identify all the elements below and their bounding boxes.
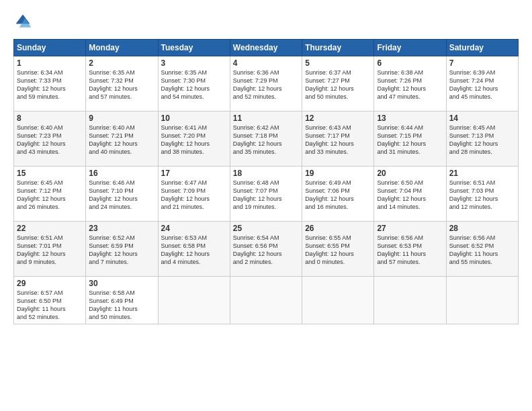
day-info: Sunrise: 6:36 AM Sunset: 7:29 PM Dayligh… bbox=[233, 68, 299, 101]
calendar-cell: 4Sunrise: 6:36 AM Sunset: 7:29 PM Daylig… bbox=[230, 56, 302, 111]
day-number: 1 bbox=[17, 58, 83, 68]
calendar-cell: 11Sunrise: 6:42 AM Sunset: 7:18 PM Dayli… bbox=[230, 111, 302, 167]
calendar-cell bbox=[158, 277, 230, 324]
calendar-cell: 15Sunrise: 6:45 AM Sunset: 7:12 PM Dayli… bbox=[14, 167, 86, 222]
day-number: 27 bbox=[377, 224, 443, 233]
day-info: Sunrise: 6:38 AM Sunset: 7:26 PM Dayligh… bbox=[377, 68, 443, 101]
calendar-cell bbox=[374, 277, 446, 324]
calendar-week-row: 8Sunrise: 6:40 AM Sunset: 7:23 PM Daylig… bbox=[14, 111, 519, 167]
day-info: Sunrise: 6:50 AM Sunset: 7:04 PM Dayligh… bbox=[377, 179, 443, 212]
day-info: Sunrise: 6:51 AM Sunset: 7:03 PM Dayligh… bbox=[449, 179, 515, 212]
day-info: Sunrise: 6:37 AM Sunset: 7:27 PM Dayligh… bbox=[305, 68, 371, 101]
day-number: 29 bbox=[17, 279, 83, 288]
day-number: 10 bbox=[161, 113, 227, 123]
calendar-cell: 25Sunrise: 6:54 AM Sunset: 6:56 PM Dayli… bbox=[230, 222, 302, 277]
calendar-cell: 1Sunrise: 6:34 AM Sunset: 7:33 PM Daylig… bbox=[14, 56, 86, 111]
day-info: Sunrise: 6:48 AM Sunset: 7:07 PM Dayligh… bbox=[233, 179, 299, 212]
col-header-sunday: Sunday bbox=[14, 40, 86, 56]
day-info: Sunrise: 6:39 AM Sunset: 7:24 PM Dayligh… bbox=[449, 68, 515, 101]
day-number: 23 bbox=[89, 224, 154, 233]
day-number: 4 bbox=[233, 58, 299, 68]
calendar-cell: 3Sunrise: 6:35 AM Sunset: 7:30 PM Daylig… bbox=[158, 56, 230, 111]
day-number: 7 bbox=[449, 58, 515, 68]
col-header-thursday: Thursday bbox=[302, 40, 374, 56]
page: SundayMondayTuesdayWednesdayThursdayFrid… bbox=[0, 0, 532, 331]
calendar-cell: 6Sunrise: 6:38 AM Sunset: 7:26 PM Daylig… bbox=[374, 56, 446, 111]
day-number: 12 bbox=[305, 113, 371, 123]
col-header-saturday: Saturday bbox=[446, 40, 518, 56]
calendar-header-row: SundayMondayTuesdayWednesdayThursdayFrid… bbox=[14, 40, 519, 56]
col-header-monday: Monday bbox=[86, 40, 158, 56]
day-info: Sunrise: 6:44 AM Sunset: 7:15 PM Dayligh… bbox=[377, 124, 443, 156]
calendar-cell: 5Sunrise: 6:37 AM Sunset: 7:27 PM Daylig… bbox=[302, 56, 374, 111]
calendar-cell: 12Sunrise: 6:43 AM Sunset: 7:17 PM Dayli… bbox=[302, 111, 374, 167]
calendar-cell: 7Sunrise: 6:39 AM Sunset: 7:24 PM Daylig… bbox=[446, 56, 518, 111]
day-info: Sunrise: 6:52 AM Sunset: 6:59 PM Dayligh… bbox=[89, 234, 154, 267]
calendar-cell: 24Sunrise: 6:53 AM Sunset: 6:58 PM Dayli… bbox=[158, 222, 230, 277]
day-info: Sunrise: 6:35 AM Sunset: 7:32 PM Dayligh… bbox=[89, 68, 154, 101]
day-number: 2 bbox=[89, 58, 154, 68]
day-info: Sunrise: 6:54 AM Sunset: 6:56 PM Dayligh… bbox=[233, 234, 299, 267]
day-number: 16 bbox=[89, 169, 154, 178]
day-info: Sunrise: 6:55 AM Sunset: 6:55 PM Dayligh… bbox=[305, 234, 371, 267]
day-number: 19 bbox=[305, 169, 371, 178]
day-number: 22 bbox=[17, 224, 83, 233]
day-info: Sunrise: 6:45 AM Sunset: 7:13 PM Dayligh… bbox=[449, 124, 515, 156]
day-info: Sunrise: 6:35 AM Sunset: 7:30 PM Dayligh… bbox=[161, 68, 227, 101]
day-number: 28 bbox=[449, 224, 515, 233]
calendar-cell bbox=[230, 277, 302, 324]
calendar-week-row: 1Sunrise: 6:34 AM Sunset: 7:33 PM Daylig… bbox=[14, 56, 519, 111]
day-number: 30 bbox=[89, 279, 154, 288]
day-info: Sunrise: 6:58 AM Sunset: 6:49 PM Dayligh… bbox=[89, 289, 154, 322]
calendar-week-row: 29Sunrise: 6:57 AM Sunset: 6:50 PM Dayli… bbox=[14, 277, 519, 324]
calendar-cell: 8Sunrise: 6:40 AM Sunset: 7:23 PM Daylig… bbox=[14, 111, 86, 167]
calendar-cell: 26Sunrise: 6:55 AM Sunset: 6:55 PM Dayli… bbox=[302, 222, 374, 277]
day-number: 14 bbox=[449, 113, 515, 123]
calendar-cell: 29Sunrise: 6:57 AM Sunset: 6:50 PM Dayli… bbox=[14, 277, 86, 324]
day-info: Sunrise: 6:56 AM Sunset: 6:52 PM Dayligh… bbox=[449, 234, 515, 267]
calendar-cell: 17Sunrise: 6:47 AM Sunset: 7:09 PM Dayli… bbox=[158, 167, 230, 222]
day-number: 8 bbox=[17, 113, 83, 123]
day-number: 17 bbox=[161, 169, 227, 178]
calendar-cell: 9Sunrise: 6:40 AM Sunset: 7:21 PM Daylig… bbox=[86, 111, 158, 167]
day-number: 5 bbox=[305, 58, 371, 68]
col-header-friday: Friday bbox=[374, 40, 446, 56]
day-info: Sunrise: 6:43 AM Sunset: 7:17 PM Dayligh… bbox=[305, 124, 371, 156]
day-number: 18 bbox=[233, 169, 299, 178]
calendar-week-row: 15Sunrise: 6:45 AM Sunset: 7:12 PM Dayli… bbox=[14, 167, 519, 222]
day-number: 24 bbox=[161, 224, 227, 233]
calendar-cell: 10Sunrise: 6:41 AM Sunset: 7:20 PM Dayli… bbox=[158, 111, 230, 167]
day-info: Sunrise: 6:47 AM Sunset: 7:09 PM Dayligh… bbox=[161, 179, 227, 212]
day-number: 6 bbox=[377, 58, 443, 68]
col-header-wednesday: Wednesday bbox=[230, 40, 302, 56]
header bbox=[13, 12, 519, 31]
calendar-cell: 21Sunrise: 6:51 AM Sunset: 7:03 PM Dayli… bbox=[446, 167, 518, 222]
day-info: Sunrise: 6:40 AM Sunset: 7:23 PM Dayligh… bbox=[17, 124, 83, 156]
calendar-cell: 14Sunrise: 6:45 AM Sunset: 7:13 PM Dayli… bbox=[446, 111, 518, 167]
day-info: Sunrise: 6:45 AM Sunset: 7:12 PM Dayligh… bbox=[17, 179, 83, 212]
day-number: 25 bbox=[233, 224, 299, 233]
calendar-cell: 18Sunrise: 6:48 AM Sunset: 7:07 PM Dayli… bbox=[230, 167, 302, 222]
day-info: Sunrise: 6:41 AM Sunset: 7:20 PM Dayligh… bbox=[161, 124, 227, 156]
day-number: 9 bbox=[89, 113, 154, 123]
calendar-cell: 2Sunrise: 6:35 AM Sunset: 7:32 PM Daylig… bbox=[86, 56, 158, 111]
calendar-cell: 19Sunrise: 6:49 AM Sunset: 7:06 PM Dayli… bbox=[302, 167, 374, 222]
day-info: Sunrise: 6:40 AM Sunset: 7:21 PM Dayligh… bbox=[89, 124, 154, 156]
calendar-cell: 16Sunrise: 6:46 AM Sunset: 7:10 PM Dayli… bbox=[86, 167, 158, 222]
calendar-cell: 30Sunrise: 6:58 AM Sunset: 6:49 PM Dayli… bbox=[86, 277, 158, 324]
day-number: 20 bbox=[377, 169, 443, 178]
day-info: Sunrise: 6:53 AM Sunset: 6:58 PM Dayligh… bbox=[161, 234, 227, 267]
day-info: Sunrise: 6:49 AM Sunset: 7:06 PM Dayligh… bbox=[305, 179, 371, 212]
calendar-cell bbox=[446, 277, 518, 324]
calendar-cell: 23Sunrise: 6:52 AM Sunset: 6:59 PM Dayli… bbox=[86, 222, 158, 277]
calendar-cell: 13Sunrise: 6:44 AM Sunset: 7:15 PM Dayli… bbox=[374, 111, 446, 167]
day-number: 3 bbox=[161, 58, 227, 68]
calendar-cell: 27Sunrise: 6:56 AM Sunset: 6:53 PM Dayli… bbox=[374, 222, 446, 277]
calendar-cell bbox=[302, 277, 374, 324]
calendar-table: SundayMondayTuesdayWednesdayThursdayFrid… bbox=[13, 39, 519, 324]
day-number: 11 bbox=[233, 113, 299, 123]
calendar-cell: 20Sunrise: 6:50 AM Sunset: 7:04 PM Dayli… bbox=[374, 167, 446, 222]
day-info: Sunrise: 6:42 AM Sunset: 7:18 PM Dayligh… bbox=[233, 124, 299, 156]
calendar-week-row: 22Sunrise: 6:51 AM Sunset: 7:01 PM Dayli… bbox=[14, 222, 519, 277]
calendar-cell: 28Sunrise: 6:56 AM Sunset: 6:52 PM Dayli… bbox=[446, 222, 518, 277]
